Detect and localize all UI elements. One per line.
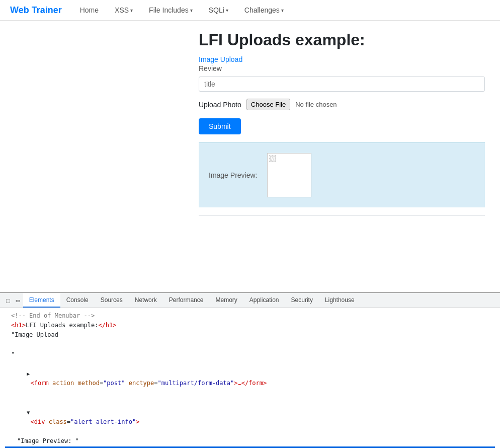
nav-challenges[interactable]: Challenges ▾ bbox=[241, 4, 287, 16]
image-preview-box: Image Preview: bbox=[199, 142, 485, 207]
navbar-brand[interactable]: Web Trainer bbox=[10, 5, 62, 16]
upload-label: Upload Photo bbox=[199, 101, 241, 109]
choose-file-button[interactable]: Choose File bbox=[246, 99, 290, 110]
main-content: LFI Uploads example: Image Upload Review… bbox=[0, 21, 500, 234]
challenges-caret-icon: ▾ bbox=[281, 8, 284, 13]
preview-image bbox=[267, 153, 311, 197]
image-preview-label: Image Preview: bbox=[209, 171, 257, 179]
no-file-text: No file chosen bbox=[295, 101, 337, 108]
title-input[interactable] bbox=[199, 77, 485, 92]
navbar: Web Trainer Home XSS ▾ File Includes ▾ S… bbox=[0, 0, 500, 21]
nav-sqli[interactable]: SQLi ▾ bbox=[206, 4, 231, 16]
nav-xss[interactable]: XSS ▾ bbox=[112, 4, 136, 16]
section-divider bbox=[199, 215, 485, 216]
sqli-caret-icon: ▾ bbox=[226, 8, 228, 13]
upload-row: Upload Photo Choose File No file chosen bbox=[199, 99, 485, 110]
file-includes-caret-icon: ▾ bbox=[190, 8, 193, 13]
form-section-label: Image Upload bbox=[199, 55, 485, 63]
form-sublabel: Review bbox=[199, 64, 485, 72]
submit-button[interactable]: Submit bbox=[199, 118, 241, 134]
page-title: LFI Uploads example: bbox=[199, 31, 485, 49]
xss-caret-icon: ▾ bbox=[130, 8, 133, 13]
nav-file-includes[interactable]: File Includes ▾ bbox=[146, 4, 196, 16]
nav-home[interactable]: Home bbox=[77, 4, 102, 16]
